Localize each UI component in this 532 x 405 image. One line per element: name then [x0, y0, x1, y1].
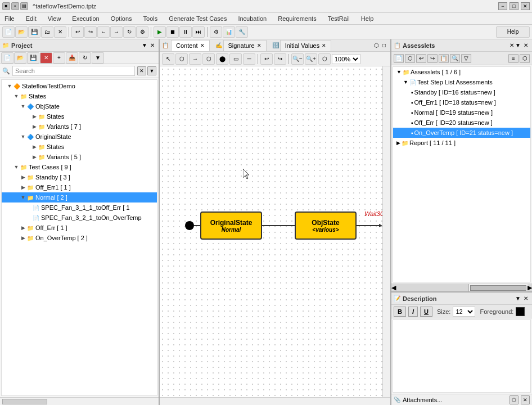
attachments-close[interactable]: ✕ [521, 395, 530, 404]
center-expand-btn[interactable]: ⬡ [372, 42, 380, 50]
assesslets-hscroll[interactable]: ◀ ▶ [391, 284, 532, 291]
toggle-normal[interactable]: ▼ [20, 194, 26, 201]
tree-item-spec2[interactable]: 📄 SPEC_Fan_3_2_1_toOn_OverTemp [2, 213, 157, 223]
tree-item-states[interactable]: ▼ 📁 States [2, 91, 157, 101]
canvas-link[interactable]: ⬡ [202, 53, 215, 65]
project-panel-close[interactable]: ✕ [148, 42, 156, 50]
assesslets-item-normal-a[interactable]: ▪ Normal [ ID=19 status=new ] [393, 107, 530, 118]
lp-delete[interactable]: ✕ [40, 52, 52, 64]
foreground-color-box[interactable] [516, 307, 525, 316]
toggle-objstate[interactable]: ▼ [20, 103, 26, 110]
zoom-select[interactable]: 100% 75% 50% 125% 150% [332, 54, 360, 64]
rp-btn-expand[interactable]: ⬡ [520, 54, 530, 63]
lp-more[interactable]: ▼ [92, 52, 104, 64]
assesslets-item-off-err1-a[interactable]: ▪ Off_Err1 [ ID=18 status=new ] [393, 97, 530, 107]
maximize-button[interactable]: □ [510, 2, 519, 10]
assesslets-item-report[interactable]: ▶ 📁 Report [ 11 / 11 ] [393, 138, 530, 148]
tree-item-originalstate[interactable]: ▼ 🔷 OriginalState [2, 132, 157, 142]
toggle-on-overtemp[interactable]: ▶ [20, 235, 26, 241]
menu-generate[interactable]: Generate Test Cases [166, 14, 229, 23]
tree-item-root[interactable]: ▼ 🔶 StateflowTestDemo [2, 81, 157, 91]
assesslets-item-teststep[interactable]: ▼ 📄 Test Step List Assessments [393, 77, 530, 87]
pause-button[interactable]: ⏸ [179, 26, 192, 38]
assesslets-item-root[interactable]: ▼ 📁 Assesslets [ 1 / 6 ] [393, 67, 530, 77]
extra-btn-3[interactable]: 🔧 [236, 26, 248, 38]
lp-refresh[interactable]: ↻ [79, 52, 91, 64]
back-button[interactable]: ← [97, 26, 110, 38]
rp-btn-filter[interactable]: ▽ [461, 54, 471, 63]
run-button[interactable]: ▶ [154, 26, 166, 38]
assesslets-menu[interactable]: ▼ [514, 42, 522, 50]
save-all-button[interactable]: 🗂 [41, 26, 53, 38]
toggle-root[interactable]: ▼ [6, 83, 13, 89]
center-float-btn[interactable]: □ [380, 42, 388, 50]
toggle-states2[interactable]: ▶ [31, 113, 38, 120]
toggle-standby[interactable]: ▶ [20, 174, 26, 181]
assesslets-item-off-err-a[interactable]: ▪ Off_Err [ ID=20 status=new ] [393, 118, 530, 128]
extra-btn-2[interactable]: 📊 [223, 26, 235, 38]
tree-item-testcases[interactable]: ▼ 📁 Test Cases [ 9 ] [2, 162, 157, 172]
tab-content-close[interactable]: ✕ [200, 43, 205, 48]
search-options[interactable]: ▼ [147, 66, 156, 75]
assesslets-hscroll-left[interactable]: ◀ [391, 284, 469, 291]
canvas-redo[interactable]: ↪ [274, 53, 286, 65]
menu-tools[interactable]: Tools [141, 14, 160, 23]
menu-options[interactable]: Options [109, 14, 134, 23]
left-panel-hscroll[interactable] [0, 397, 159, 405]
tab-signature[interactable]: Signature ✕ [223, 40, 267, 51]
new-button[interactable]: 📄 [2, 26, 15, 38]
close-button[interactable]: ✕ [521, 2, 530, 10]
toggle-off-err1[interactable]: ▶ [20, 184, 26, 191]
stop-button[interactable]: ⏹ [166, 26, 179, 38]
tab-initial-values[interactable]: Initial Values ✕ [280, 40, 332, 51]
toggle-teststep[interactable]: ▼ [403, 79, 408, 85]
close-file-button[interactable]: ✕ [54, 26, 66, 38]
state-obj[interactable]: ObjState <various> [295, 212, 357, 240]
rp-btn-1[interactable]: 📄 [394, 54, 404, 63]
rp-btn-5[interactable]: 📋 [439, 54, 449, 63]
tree-item-standby[interactable]: ▶ 📁 Standby [ 3 ] [2, 172, 157, 182]
canvas-zoom-in[interactable]: 🔍+ [305, 53, 317, 65]
toggle-variants2[interactable]: ▶ [31, 154, 38, 160]
lp-import[interactable]: 📥 [66, 52, 78, 64]
toggle-states[interactable]: ▼ [13, 93, 20, 100]
tree-item-objstate[interactable]: ▼ 🔷 ObjState [2, 101, 157, 111]
attachments-btn[interactable]: ⬡ [510, 395, 519, 404]
assesslets-item-on-overtemp-a[interactable]: ▪ On_OverTemp [ ID=21 status=new ] [393, 128, 530, 138]
redo-button[interactable]: ↪ [84, 26, 97, 38]
toggle-off-err[interactable]: ▶ [20, 224, 26, 231]
canvas-undo[interactable]: ↩ [260, 53, 273, 65]
lp-new[interactable]: 📄 [1, 52, 13, 64]
search-input[interactable] [12, 66, 135, 76]
toggle-report[interactable]: ▶ [396, 140, 400, 146]
tree-item-states2[interactable]: ▶ 📁 States [2, 111, 157, 122]
underline-button[interactable]: U [420, 307, 432, 317]
assesslets-hscroll-right[interactable]: ▶ [528, 284, 532, 291]
canvas-line[interactable]: ─ [243, 53, 255, 65]
canvas-select[interactable]: ↖ [162, 53, 174, 65]
tree-item-off-err[interactable]: ▶ 📁 Off_Err [ 1 ] [2, 223, 157, 233]
tree-item-off-err1[interactable]: ▶ 📁 Off_Err1 [ 1 ] [2, 182, 157, 192]
rp-btn-3[interactable]: ↩ [416, 54, 426, 63]
refresh-button[interactable]: ↻ [123, 26, 136, 38]
lp-open[interactable]: 📂 [14, 52, 26, 64]
tab-signature-close[interactable]: ✕ [257, 43, 262, 48]
tree-item-variants2[interactable]: ▶ 📁 Variants [ 5 ] [2, 152, 157, 162]
search-clear[interactable]: ✕ [137, 66, 146, 75]
menu-requirements[interactable]: Requirements [276, 14, 318, 23]
description-content[interactable] [393, 320, 531, 393]
canvas-hscroll[interactable] [160, 397, 390, 405]
toggle-assesslets[interactable]: ▼ [396, 69, 402, 75]
tree-item-variants1[interactable]: ▶ 📁 Variants [ 7 ] [2, 122, 157, 132]
rp-btn-2[interactable]: ⬡ [405, 54, 415, 63]
menu-execution[interactable]: Execution [70, 14, 101, 23]
menu-file[interactable]: File [2, 14, 17, 23]
assesslets-close[interactable]: ✕ [522, 42, 530, 50]
canvas-fit[interactable]: ⬡ [318, 53, 331, 65]
project-panel-menu[interactable]: ▼ [141, 42, 148, 50]
sync-button[interactable]: ⚙ [136, 26, 148, 38]
tree-item-states3[interactable]: ▶ 📁 States [2, 142, 157, 152]
lp-save[interactable]: 💾 [27, 52, 39, 64]
minimize-button[interactable]: − [498, 2, 507, 10]
assesslets-hscroll-thumb[interactable] [470, 285, 526, 291]
